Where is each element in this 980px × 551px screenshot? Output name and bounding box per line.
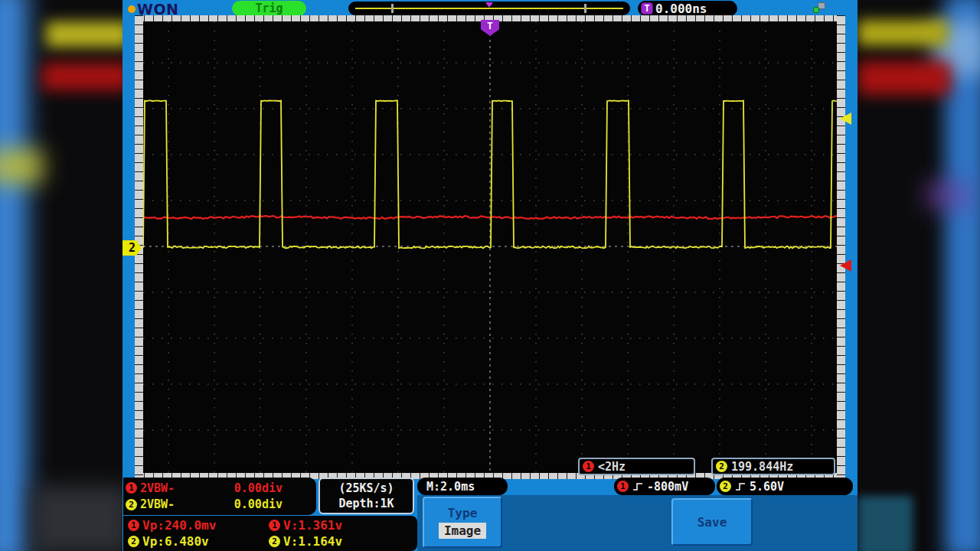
background-yellow-band <box>858 20 948 46</box>
save-button[interactable]: Save <box>671 498 753 546</box>
background-red-band <box>858 61 951 95</box>
channel1-status-row: 1 2VBW- 0.00div <box>123 481 316 495</box>
trigger-time-readout: T 0.000ns <box>638 1 737 16</box>
right-ruler <box>837 15 845 479</box>
background-yellow-band <box>46 21 122 47</box>
channel2-measurements-row: 2 Vp:6.480v 2 V:1.164v <box>123 534 417 549</box>
channel1-badge: 1 <box>126 482 137 494</box>
background-blue-band <box>0 0 28 551</box>
acquisition-panel: (25KS/s) Depth:1K <box>318 478 414 514</box>
channel1-frequency-value: <2Hz <box>598 460 626 474</box>
type-selected-value[interactable]: Image <box>439 523 486 539</box>
rising-edge-icon <box>735 481 746 492</box>
save-label: Save <box>697 515 727 530</box>
channel1-position: 0.00div <box>234 481 283 495</box>
background-purple-glow <box>925 180 971 210</box>
owon-logo-ring-icon <box>128 5 136 13</box>
timebase-readout: M:2.0ms <box>417 478 508 495</box>
type-label: Type <box>448 506 478 520</box>
channel2-frequency-value: 199.844Hz <box>731 460 793 474</box>
window-end-bracket-icon <box>584 4 586 13</box>
channel1-v: V:1.361v <box>283 518 342 533</box>
channel2-position: 0.00div <box>234 497 283 511</box>
channel2-badge: 2 <box>126 499 137 510</box>
channel2-badge: 2 <box>720 481 731 492</box>
background-right <box>858 0 980 551</box>
type-menu-button[interactable]: Type Image <box>423 497 502 548</box>
timebase-value: M:2.0ms <box>426 480 475 494</box>
background-yellow-glow <box>0 149 43 184</box>
waveform-grid <box>143 21 837 473</box>
channel1-badge: 1 <box>128 520 139 531</box>
channel1-badge: 1 <box>269 520 280 531</box>
channel2-v: V:1.164v <box>283 534 342 549</box>
trigger-position-icon <box>485 2 493 8</box>
trigger-time-value: 0.000ns <box>655 2 707 16</box>
trigger-position-label: T <box>487 20 493 31</box>
memory-window-line <box>355 8 623 9</box>
trigger-status-button[interactable]: Trig <box>232 1 306 16</box>
channel1-trigger-level: -800mV <box>647 480 688 494</box>
channel1-measurements-row: 1 Vp:240.0mv 1 V:1.361v <box>123 518 417 533</box>
channel1-trigger-readout: 1 -800mV <box>614 478 715 495</box>
rising-edge-icon <box>632 481 643 492</box>
usb-icon <box>813 2 825 13</box>
measurements-panel: 1 Vp:240.0mv 1 V:1.361v 2 Vp:6.480v 2 V:… <box>123 516 417 551</box>
channel1-frequency-readout: 1 <2Hz <box>578 458 695 475</box>
channel-status-panel: 1 2VBW- 0.00div 2 2VBW- 0.00div <box>123 478 316 515</box>
screenshot-root: WON Trig T 0.000ns T 2 1 <box>0 0 980 551</box>
background-left <box>0 0 122 551</box>
channel1-badge: 1 <box>617 481 629 492</box>
background-teal-shape <box>858 496 913 551</box>
waveform-plot <box>143 21 837 473</box>
window-start-bracket-icon <box>391 4 394 13</box>
channel2-vp: Vp:6.480v <box>142 534 209 549</box>
channel2-trigger-readout: 2 5.60V <box>717 478 853 495</box>
memory-depth: Depth:1K <box>338 497 394 510</box>
channel1-scale: 2VBW- <box>140 481 175 495</box>
channel1-trigger-level-arrow[interactable] <box>840 259 851 272</box>
owon-logo-text: WON <box>137 2 179 17</box>
memory-window-indicator[interactable] <box>348 2 630 15</box>
channel2-badge: 2 <box>716 461 727 472</box>
channel2-badge: 2 <box>269 536 280 547</box>
channel1-vp: Vp:240.0mv <box>142 518 216 533</box>
background-red-band <box>42 63 122 90</box>
channel2-status-row: 2 2VBW- 0.00div <box>123 497 316 511</box>
trigger-t-icon: T <box>641 2 653 15</box>
channel2-scale: 2VBW- <box>140 497 175 511</box>
channel2-badge: 2 <box>128 536 139 547</box>
channel2-trigger-level-arrow[interactable] <box>840 112 851 125</box>
channel2-trigger-level: 5.60V <box>750 480 784 494</box>
oscilloscope-screen: WON Trig T 0.000ns T 2 1 <box>122 0 858 551</box>
channel2-frequency-readout: 2 199.844Hz <box>711 458 835 475</box>
background-dark-glow <box>31 486 122 551</box>
sample-rate: (25KS/s) <box>338 481 394 495</box>
channel1-badge: 1 <box>583 461 594 472</box>
